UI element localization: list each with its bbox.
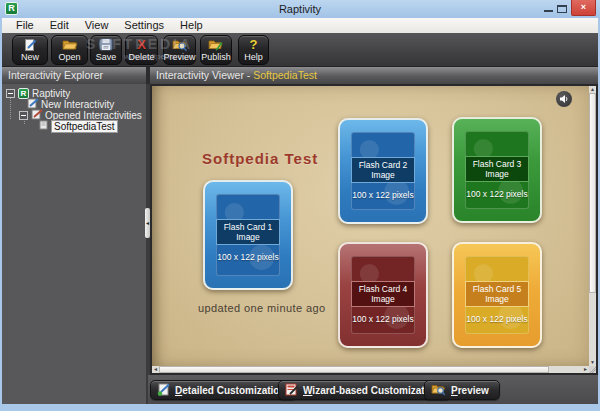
flash-card-size: 100 x 122 pixels [466, 189, 528, 199]
interactivity-title: Softpedia Test [202, 150, 318, 167]
toolbar: New Open Save X Delete Preview [2, 33, 598, 67]
resize-grip[interactable] [589, 366, 596, 373]
open-label: Open [58, 52, 80, 63]
flash-card-image-placeholder: Flash Card 3Image 100 x 122 pixels [465, 131, 529, 209]
menu-file[interactable]: File [8, 18, 42, 33]
viewer-header-doc: SoftpediaTest [253, 69, 317, 81]
flash-card-label: Flash Card 2Image [351, 157, 415, 183]
publish-label: Publish [201, 52, 231, 63]
flash-card-image-placeholder: Flash Card 5Image 100 x 122 pixels [465, 256, 529, 334]
titlebar[interactable]: R Raptivity × [0, 0, 600, 18]
publish-icon [208, 37, 224, 52]
collapse-expander-icon[interactable] [6, 89, 15, 98]
tree-item-softpediatest[interactable]: SoftpediaTest [2, 120, 146, 132]
maximize-button[interactable] [557, 5, 567, 13]
help-button[interactable]: ? Help [238, 35, 269, 65]
tree-label-selected[interactable]: SoftpediaTest [51, 120, 118, 133]
flash-card-image-placeholder: Flash Card 2Image 100 x 122 pixels [351, 132, 415, 210]
save-button[interactable]: Save [90, 35, 122, 65]
updated-status-text: updated one minute ago [198, 302, 325, 314]
detailed-customization-icon [157, 383, 170, 398]
scroll-up-icon[interactable]: ▲ [589, 86, 596, 93]
flash-card-label: Flash Card 1Image [216, 219, 280, 245]
wizard-customization-label: Wizard-based Customization [303, 385, 440, 396]
flash-card-image-placeholder: Flash Card 1Image 100 x 122 pixels [216, 194, 280, 276]
preview-folder-icon [431, 383, 446, 398]
flash-card-size: 100 x 122 pixels [352, 190, 414, 200]
preview-button[interactable]: Preview [163, 35, 196, 65]
horizontal-scrollbar[interactable]: ◄ ► [152, 366, 589, 373]
menu-edit[interactable]: Edit [42, 18, 77, 33]
flash-card-5[interactable]: Flash Card 5Image 100 x 122 pixels [452, 242, 542, 348]
explorer-header: Interactivity Explorer [2, 67, 146, 84]
flash-card-4[interactable]: Flash Card 4Image 100 x 122 pixels [338, 242, 428, 348]
vertical-scroll-thumb[interactable] [589, 93, 596, 293]
open-button[interactable]: Open [51, 35, 88, 65]
delete-label: Delete [128, 52, 154, 63]
new-document-icon [23, 37, 38, 52]
collapse-expander-icon[interactable] [19, 111, 28, 120]
flash-card-size: 100 x 122 pixels [466, 314, 528, 324]
save-label: Save [96, 52, 117, 63]
minimize-button[interactable] [544, 10, 553, 12]
menu-bar: File Edit View Settings Help [2, 18, 598, 33]
preview-icon [172, 37, 188, 52]
audio-toggle-button[interactable] [556, 91, 572, 107]
flash-card-image-placeholder: Flash Card 4Image 100 x 122 pixels [351, 256, 415, 334]
viewer-header: Interactivity Viewer - SoftpediaTest [150, 67, 598, 84]
scroll-down-icon[interactable]: ▼ [589, 359, 596, 366]
vertical-scrollbar[interactable]: ▲ ▼ [589, 86, 596, 366]
document-icon [39, 120, 48, 132]
window-title: Raptivity [0, 3, 600, 15]
detailed-customization-button[interactable]: Detailed Customization [150, 380, 297, 400]
action-bar: Detailed Customization Wizard-based Cust… [148, 375, 598, 404]
delete-icon: X [137, 37, 146, 52]
new-label: New [21, 52, 39, 63]
flash-card-label: Flash Card 3Image [465, 156, 529, 182]
window-border [0, 404, 600, 411]
help-label: Help [244, 52, 263, 63]
open-folder-icon [62, 37, 78, 52]
menu-settings[interactable]: Settings [116, 18, 172, 33]
menu-help[interactable]: Help [172, 18, 211, 33]
footer-preview-button[interactable]: Preview [424, 380, 500, 400]
interactivity-explorer-panel: R Raptivity New Interactivity Opened Int… [2, 84, 146, 404]
speaker-icon [559, 94, 569, 104]
interactivity-viewer-panel: Softpedia Test Flash Card 1Image 100 x 1… [150, 84, 598, 375]
flash-card-3[interactable]: Flash Card 3Image 100 x 122 pixels [452, 117, 542, 223]
viewer-header-prefix: Interactivity Viewer - [156, 69, 253, 81]
horizontal-scroll-thumb[interactable] [159, 366, 549, 373]
detailed-customization-label: Detailed Customization [175, 385, 286, 396]
help-icon: ? [250, 37, 258, 52]
raptivity-window: R Raptivity × File Edit View Settings He… [0, 0, 600, 411]
flash-card-label: Flash Card 5Image [465, 281, 529, 307]
flash-card-label: Flash Card 4Image [351, 281, 415, 307]
scroll-left-icon[interactable]: ◄ [152, 366, 159, 373]
scroll-right-icon[interactable]: ► [582, 366, 589, 373]
save-icon [99, 37, 113, 52]
flash-card-size: 100 x 122 pixels [352, 314, 414, 324]
viewer-canvas: Softpedia Test Flash Card 1Image 100 x 1… [152, 86, 589, 366]
menu-view[interactable]: View [77, 18, 117, 33]
wizard-customization-icon [285, 383, 298, 398]
flash-card-size: 100 x 122 pixels [217, 252, 279, 262]
tree-label[interactable]: New Interactivity [41, 99, 114, 110]
footer-preview-label: Preview [451, 385, 489, 396]
flash-card-2[interactable]: Flash Card 2Image 100 x 122 pixels [338, 118, 428, 224]
flash-card-1[interactable]: Flash Card 1Image 100 x 122 pixels [203, 180, 293, 290]
new-button[interactable]: New [12, 35, 48, 65]
preview-label: Preview [164, 52, 196, 63]
publish-button[interactable]: Publish [200, 35, 232, 65]
close-button[interactable]: × [571, 0, 596, 16]
delete-button[interactable]: X Delete [125, 35, 158, 65]
